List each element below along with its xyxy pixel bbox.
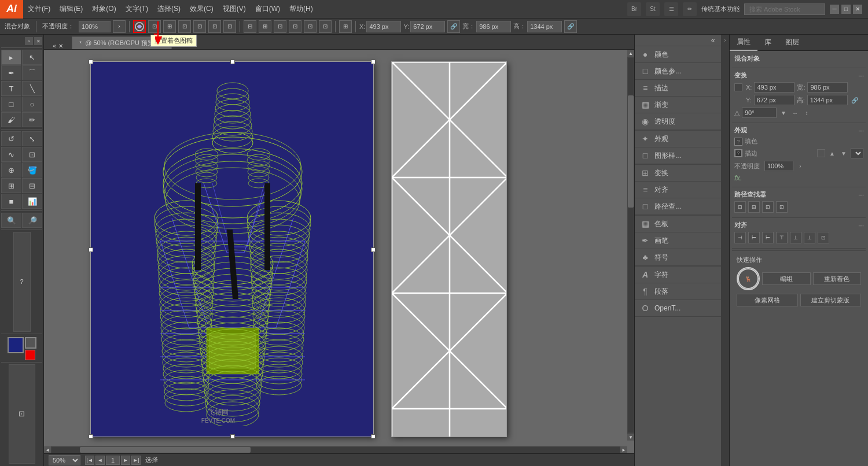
handle-ml[interactable] (89, 247, 93, 252)
v-scrollbar[interactable]: ▲ ▼ (627, 50, 634, 441)
zoom-select[interactable]: 50% 25% 100% (49, 455, 80, 465)
mid-transparency[interactable]: ◉ 透明度 (635, 113, 721, 130)
h-input[interactable] (527, 21, 562, 32)
flip-v[interactable]: ↕ (802, 108, 811, 117)
stroke-select[interactable] (851, 148, 863, 158)
appearance-more-btn[interactable]: ··· (856, 126, 866, 135)
zoom-tool[interactable]: 🔍 (1, 213, 21, 228)
curvature-tool[interactable]: ⌒ (22, 65, 42, 80)
mid-appearance[interactable]: ✦ 外观 (635, 131, 721, 147)
draw-mode-btn[interactable]: ⊡ (9, 364, 35, 464)
opacity-more-btn[interactable]: › (113, 20, 126, 33)
menu-select[interactable]: 选择(S) (153, 0, 185, 18)
align-bottom[interactable]: ⊥ (804, 232, 815, 243)
w-input[interactable] (476, 21, 511, 32)
pen-tool[interactable]: ✒ (1, 65, 21, 80)
transform-more-btn[interactable]: ··· (856, 71, 866, 80)
h-scroll-thumb[interactable] (80, 447, 251, 453)
pf-unite[interactable]: ⊡ (734, 201, 746, 213)
align-more-btn[interactable]: ··· (856, 221, 866, 230)
prev-page-btn[interactable]: ◄ (95, 456, 105, 465)
pen-icon[interactable]: ✏ (683, 2, 697, 16)
handle-tl[interactable] (89, 60, 93, 64)
last-page-btn[interactable]: ►| (131, 456, 141, 465)
align-dist-v2[interactable]: ⊡ (289, 20, 301, 33)
select-tool[interactable]: ▸ (1, 50, 21, 65)
rotate-tool[interactable]: ↺ (1, 131, 21, 146)
handle-br[interactable] (371, 434, 376, 439)
lock-wh-btn[interactable]: 🔗 (564, 20, 577, 33)
scroll-track[interactable] (628, 58, 634, 432)
stock-search[interactable] (744, 3, 825, 15)
mid-color-guide[interactable]: □ 颜色参... (635, 63, 721, 80)
align-tc[interactable]: ⊞ (163, 20, 176, 33)
align-dist-v[interactable]: ⊞ (259, 20, 271, 33)
stroke-question[interactable]: ? (734, 149, 742, 157)
align-dist-v3[interactable]: ⊡ (319, 20, 332, 33)
align-dist-h2[interactable]: ⊡ (274, 20, 286, 33)
pf-minus[interactable]: ⊟ (748, 201, 760, 213)
text-tool[interactable]: T (1, 81, 21, 96)
shape-builder[interactable]: ⊕ (1, 162, 21, 177)
align-v-center[interactable]: ⊥ (790, 232, 801, 243)
recolor-btn-qa[interactable]: 重新着色 (813, 272, 862, 285)
handle-tc[interactable] (230, 60, 235, 64)
opacity-input[interactable] (79, 21, 111, 32)
pf-intersect[interactable]: ⊡ (762, 201, 774, 213)
close-panel-btn[interactable]: ✕ (34, 37, 42, 45)
pixel-grid-btn[interactable]: 像素网格 (737, 294, 798, 306)
stock-icon[interactable]: St (646, 2, 660, 16)
scroll-thumb[interactable] (628, 95, 634, 208)
opacity-more[interactable]: › (796, 161, 805, 171)
maximize-button[interactable]: □ (841, 5, 851, 14)
free-transform[interactable]: ⊡ (22, 147, 42, 162)
canvas-scroll[interactable]: 飞特网 FEVTE.COM (44, 50, 634, 453)
menu-object[interactable]: 对象(O) (87, 0, 120, 18)
x-prop-input[interactable] (754, 82, 795, 93)
align-ml[interactable]: ⊡ (193, 20, 206, 33)
scroll-left-btn[interactable]: ◄ (44, 446, 51, 453)
ellipse-tool[interactable]: ○ (22, 97, 42, 112)
scroll-up-btn[interactable]: ▲ (627, 50, 634, 57)
magnify-tool[interactable]: 🔎 (22, 213, 42, 228)
minimize-button[interactable]: ─ (830, 5, 839, 14)
rect-tool[interactable]: □ (1, 97, 21, 112)
first-page-btn[interactable]: |◄ (85, 456, 94, 465)
h-scrollbar[interactable]: ◄ ► (44, 446, 627, 453)
mid-paragraph[interactable]: ¶ 段落 (635, 283, 721, 300)
right-ext[interactable]: › (721, 35, 729, 466)
mid-pathfinder[interactable]: □ 路径查... (635, 198, 721, 215)
transform-origin[interactable] (734, 83, 742, 91)
opacity-prop-input[interactable] (764, 161, 793, 171)
mid-align[interactable]: ≡ 对齐 (635, 182, 721, 198)
live-paint[interactable]: 🪣 (22, 162, 42, 177)
align-dist-h[interactable]: ⊡ (818, 232, 829, 243)
gradient-tool[interactable]: ■ (1, 194, 21, 209)
recolor-btn[interactable] (133, 20, 146, 33)
page-input[interactable] (106, 456, 120, 465)
align-tr[interactable]: ⊡ (178, 20, 191, 33)
bridge-icon[interactable]: Br (627, 2, 641, 16)
align-h-center[interactable]: ⊢ (748, 232, 760, 243)
scroll-right-btn[interactable]: ► (620, 446, 627, 453)
close-button[interactable]: ✕ (853, 5, 862, 14)
pf-exclude[interactable]: ⊡ (776, 201, 788, 213)
collapse-btn[interactable]: « (25, 37, 33, 45)
handle-tr[interactable] (371, 60, 376, 64)
mid-color[interactable]: ● 颜色 (635, 46, 721, 63)
lock-ratio-btn[interactable]: 🔗 (447, 20, 460, 33)
lock-ratio-icon[interactable]: 🔗 (850, 95, 859, 105)
scale-tool[interactable]: ⤡ (22, 131, 42, 146)
y-input[interactable] (410, 21, 445, 32)
mid-character[interactable]: A 字符 (635, 267, 721, 283)
direct-select-tool[interactable]: ↖ (22, 50, 42, 65)
flip-h[interactable]: ↔ (790, 108, 800, 117)
properties-tab[interactable]: 属性 (730, 35, 757, 51)
mid-graphic-styles[interactable]: □ 图形样... (635, 147, 721, 164)
warp-tool[interactable]: ∿ (1, 147, 21, 162)
panel-close-tab[interactable]: ✕ (58, 43, 63, 49)
menu-effect[interactable]: 效果(C) (185, 0, 218, 18)
next-page-btn[interactable]: ► (121, 456, 130, 465)
bar-chart[interactable]: 📊 (22, 194, 42, 209)
align-top[interactable]: ⊤ (776, 232, 788, 243)
